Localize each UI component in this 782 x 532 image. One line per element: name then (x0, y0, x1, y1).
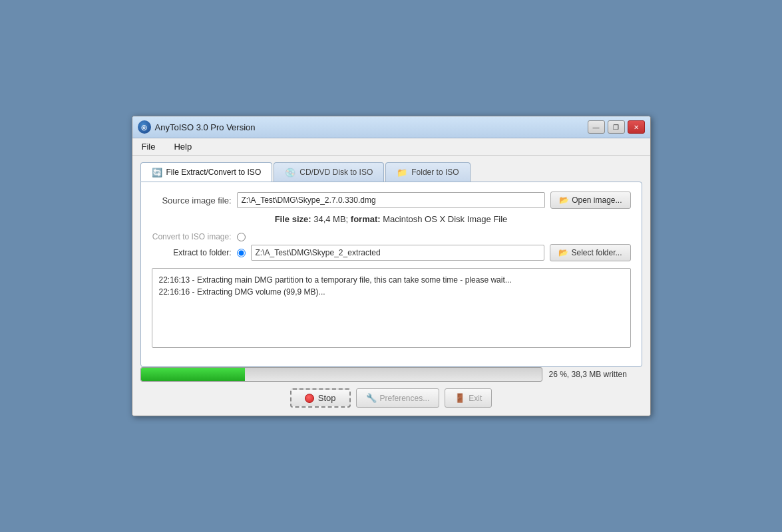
cd-dvd-icon: 💿 (285, 167, 295, 178)
tabs-container: 🔄 File Extract/Convert to ISO 💿 CD/DVD D… (140, 162, 642, 182)
window-title: AnyToISO 3.0 Pro Version (155, 122, 256, 132)
file-info: File size: 34,4 MB; format: Macintosh OS… (152, 214, 631, 224)
extract-folder-radio[interactable] (237, 249, 246, 257)
stop-icon (305, 394, 314, 403)
exit-icon: 🚪 (455, 393, 465, 403)
menu-bar: File Help (132, 138, 650, 156)
window-controls: — ❐ ✕ (588, 120, 645, 134)
log-box: 22:16:13 - Extracting main DMG partition… (152, 268, 631, 348)
extract-folder-label: Extract to folder: (152, 248, 232, 257)
stop-button[interactable]: Stop (290, 388, 351, 408)
radio-group: Convert to ISO image: Extract to folder:… (152, 232, 631, 261)
tab-cd-dvd[interactable]: 💿 CD/DVD Disk to ISO (274, 162, 384, 182)
format-label: format: (351, 214, 381, 224)
stop-label: Stop (318, 393, 336, 403)
app-icon: ◎ (138, 120, 151, 134)
minimize-button[interactable]: — (588, 120, 605, 134)
preferences-icon: 🔧 (366, 393, 377, 403)
progress-bar-container (140, 367, 542, 382)
file-extract-icon: 🔄 (152, 167, 162, 178)
tab-file-extract[interactable]: 🔄 File Extract/Convert to ISO (140, 162, 273, 182)
folder-icon: 📁 (397, 167, 407, 178)
restore-button[interactable]: ❐ (608, 120, 625, 134)
menu-help[interactable]: Help (170, 140, 196, 153)
log-line-2: 22:16:16 - Extracting DMG volume (99,9 M… (159, 286, 624, 298)
progress-status: 26 %, 38,3 MB written (549, 370, 642, 379)
tab-cd-dvd-label: CD/DVD Disk to ISO (299, 168, 373, 177)
convert-iso-radio[interactable] (237, 233, 246, 241)
progress-row: 26 %, 38,3 MB written (140, 367, 642, 382)
tab-folder-label: Folder to ISO (411, 168, 459, 177)
title-bar-left: ◎ AnyToISO 3.0 Pro Version (138, 120, 256, 134)
select-folder-icon: 📂 (558, 248, 568, 257)
open-folder-icon: 📂 (559, 196, 569, 205)
tab-panel: Source image file: 📂 Open image... File … (140, 182, 642, 367)
open-image-button[interactable]: 📂 Open image... (550, 192, 630, 209)
convert-iso-label: Convert to ISO image: (152, 232, 232, 241)
source-input[interactable] (237, 192, 546, 208)
output-input[interactable] (251, 245, 545, 261)
tab-folder[interactable]: 📁 Folder to ISO (385, 162, 470, 182)
source-file-row: Source image file: 📂 Open image... (152, 192, 631, 209)
file-size-value: 34,4 MB; (313, 214, 351, 224)
log-line-1: 22:16:13 - Extracting main DMG partition… (159, 274, 624, 286)
file-size-label: File size: (275, 214, 311, 224)
tab-file-extract-label: File Extract/Convert to ISO (166, 168, 262, 177)
source-label: Source image file: (152, 196, 232, 205)
bottom-buttons: Stop 🔧 Preferences... 🚪 Exit (140, 388, 642, 408)
convert-iso-row: Convert to ISO image: (152, 232, 631, 241)
select-folder-button[interactable]: 📂 Select folder... (550, 244, 630, 261)
preferences-label: Preferences... (380, 394, 430, 403)
exit-label: Exit (469, 394, 482, 403)
menu-file[interactable]: File (138, 140, 160, 153)
close-button[interactable]: ✕ (628, 120, 645, 134)
extract-input-group: 📂 Select folder... (237, 244, 631, 261)
main-window: ◎ AnyToISO 3.0 Pro Version — ❐ ✕ File He… (132, 116, 651, 416)
preferences-button[interactable]: 🔧 Preferences... (356, 388, 440, 408)
exit-button[interactable]: 🚪 Exit (445, 388, 492, 408)
progress-bar-fill (141, 368, 246, 381)
title-bar: ◎ AnyToISO 3.0 Pro Version — ❐ ✕ (132, 116, 650, 138)
format-value: Macintosh OS X Disk Image File (383, 214, 507, 224)
extract-folder-row: Extract to folder: 📂 Select folder... (152, 244, 631, 261)
main-content: 🔄 File Extract/Convert to ISO 💿 CD/DVD D… (132, 156, 650, 416)
